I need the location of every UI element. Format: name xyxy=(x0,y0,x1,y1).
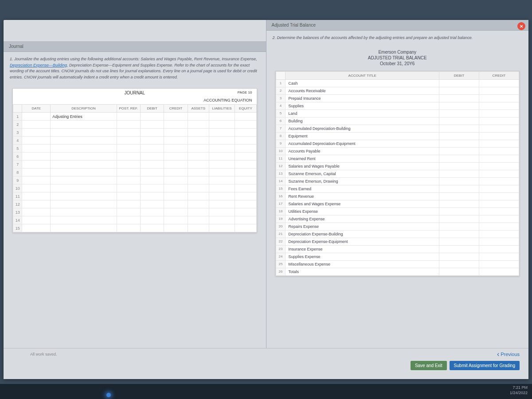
journal-cell[interactable] xyxy=(117,129,140,137)
debit-cell[interactable] xyxy=(439,94,479,102)
atb-row[interactable]: 21Depreciation Expense-Building xyxy=(276,230,519,238)
depreciation-link[interactable]: Depreciation Expense—Building xyxy=(10,63,67,67)
journal-cell[interactable] xyxy=(117,153,140,160)
debit-cell[interactable] xyxy=(439,192,479,200)
credit-cell[interactable] xyxy=(479,140,519,147)
debit-cell[interactable] xyxy=(439,207,479,215)
journal-cell[interactable] xyxy=(51,200,117,208)
journal-cell[interactable] xyxy=(209,160,235,168)
journal-cell[interactable] xyxy=(164,153,188,160)
account-title-cell[interactable]: Land xyxy=(286,110,439,117)
credit-cell[interactable] xyxy=(479,207,519,215)
journal-cell[interactable] xyxy=(22,137,51,145)
journal-cell[interactable] xyxy=(117,192,140,200)
journal-cell[interactable] xyxy=(141,208,164,216)
journal-cell[interactable] xyxy=(141,137,164,145)
journal-cell[interactable] xyxy=(141,176,164,184)
journal-row[interactable]: 7 xyxy=(13,160,257,168)
journal-cell[interactable] xyxy=(235,200,256,208)
credit-cell[interactable] xyxy=(479,117,519,125)
journal-cell[interactable] xyxy=(164,216,188,224)
atb-row[interactable]: 1Cash xyxy=(276,79,519,87)
credit-cell[interactable] xyxy=(479,268,519,275)
journal-cell[interactable] xyxy=(51,176,117,184)
credit-cell[interactable] xyxy=(479,245,519,253)
journal-cell[interactable] xyxy=(188,129,209,137)
journal-cell[interactable] xyxy=(235,192,256,200)
journal-cell[interactable] xyxy=(22,145,51,153)
journal-cell[interactable] xyxy=(164,176,188,184)
journal-row[interactable]: 9 xyxy=(13,176,257,184)
debit-cell[interactable] xyxy=(439,230,479,238)
journal-cell[interactable] xyxy=(117,184,140,192)
debit-cell[interactable] xyxy=(439,79,479,87)
account-title-cell[interactable]: Unearned Rent xyxy=(286,155,439,162)
account-title-cell[interactable]: Advertising Expense xyxy=(286,215,439,223)
journal-cell[interactable] xyxy=(235,216,256,224)
journal-cell[interactable] xyxy=(209,216,235,224)
account-title-cell[interactable]: Rent Revenue xyxy=(286,192,439,200)
account-title-cell[interactable]: Depreciation Expense-Equipment xyxy=(286,238,439,245)
journal-cell[interactable] xyxy=(209,192,235,200)
atb-row[interactable]: 20Repairs Expense xyxy=(276,223,519,230)
journal-cell[interactable] xyxy=(235,113,256,121)
journal-row[interactable]: 2 xyxy=(13,121,257,129)
journal-cell[interactable] xyxy=(209,184,235,192)
journal-cell[interactable] xyxy=(22,113,51,121)
journal-cell[interactable] xyxy=(188,208,209,216)
credit-cell[interactable] xyxy=(479,110,519,117)
atb-row[interactable]: 2Accounts Receivable xyxy=(276,87,519,94)
journal-cell[interactable] xyxy=(141,121,164,129)
credit-cell[interactable] xyxy=(479,230,519,238)
journal-cell[interactable] xyxy=(164,168,188,176)
account-title-cell[interactable]: Salaries and Wages Payable xyxy=(286,162,439,170)
atb-row[interactable]: 14Suzanne Emerson, Drawing xyxy=(276,177,519,185)
journal-cell[interactable] xyxy=(51,208,117,216)
journal-cell[interactable] xyxy=(188,216,209,224)
journal-cell[interactable] xyxy=(22,192,51,200)
journal-cell[interactable] xyxy=(117,208,140,216)
journal-cell[interactable] xyxy=(117,168,140,176)
debit-cell[interactable] xyxy=(439,245,479,253)
atb-row[interactable]: 10Accounts Payable xyxy=(276,147,519,155)
atb-row[interactable]: 4Supplies xyxy=(276,102,519,110)
journal-cell[interactable] xyxy=(164,208,188,216)
account-title-cell[interactable]: Accumulated Depreciation-Equipment xyxy=(286,140,439,147)
journal-cell[interactable] xyxy=(188,145,209,153)
save-exit-button[interactable]: Save and Exit xyxy=(411,361,447,370)
debit-cell[interactable] xyxy=(439,200,479,207)
credit-cell[interactable] xyxy=(479,132,519,140)
account-title-cell[interactable]: Repairs Expense xyxy=(286,223,439,230)
atb-row[interactable]: 7Accumulated Depreciation-Building xyxy=(276,125,519,132)
journal-cell[interactable] xyxy=(117,113,140,121)
journal-cell[interactable] xyxy=(22,160,51,168)
credit-cell[interactable] xyxy=(479,177,519,185)
credit-cell[interactable] xyxy=(479,192,519,200)
journal-cell[interactable] xyxy=(164,121,188,129)
credit-cell[interactable] xyxy=(479,162,519,170)
journal-cell[interactable] xyxy=(235,137,256,145)
journal-cell[interactable] xyxy=(164,184,188,192)
journal-row[interactable]: 13 xyxy=(13,208,257,216)
journal-cell[interactable] xyxy=(209,113,235,121)
journal-cell[interactable] xyxy=(51,145,117,153)
journal-row[interactable]: 11 xyxy=(13,192,257,200)
journal-cell[interactable] xyxy=(209,200,235,208)
journal-cell[interactable] xyxy=(188,184,209,192)
credit-cell[interactable] xyxy=(479,87,519,94)
debit-cell[interactable] xyxy=(439,110,479,117)
debit-cell[interactable] xyxy=(439,260,479,268)
journal-cell[interactable] xyxy=(117,121,140,129)
journal-cell[interactable] xyxy=(22,216,51,224)
debit-cell[interactable] xyxy=(439,215,479,223)
atb-row[interactable]: 22Depreciation Expense-Equipment xyxy=(276,238,519,245)
journal-cell[interactable] xyxy=(22,129,51,137)
debit-cell[interactable] xyxy=(439,253,479,260)
account-title-cell[interactable]: Miscellaneous Expense xyxy=(286,260,439,268)
atb-row[interactable]: 3Prepaid Insurance xyxy=(276,94,519,102)
account-title-cell[interactable]: Suzanne Emerson, Capital xyxy=(286,170,439,177)
credit-cell[interactable] xyxy=(479,94,519,102)
journal-cell[interactable] xyxy=(164,160,188,168)
journal-cell[interactable] xyxy=(188,192,209,200)
journal-cell[interactable] xyxy=(188,121,209,129)
